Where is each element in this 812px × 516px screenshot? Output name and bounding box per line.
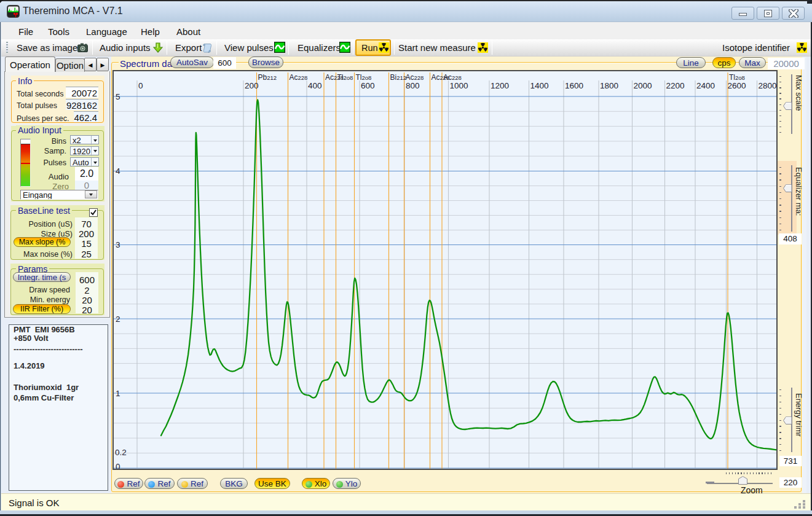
svg-text:Tl2o8: Tl2o8 — [729, 73, 745, 82]
svg-text:Ac228: Ac228 — [443, 73, 462, 82]
svg-text:Tl2o8: Tl2o8 — [356, 73, 372, 82]
svg-text:1400: 1400 — [530, 81, 549, 90]
svg-text:3: 3 — [116, 240, 120, 249]
svg-text:1: 1 — [116, 389, 120, 398]
svg-text:200: 200 — [245, 81, 259, 90]
svg-text:4: 4 — [116, 166, 120, 176]
svg-text:Bi212: Bi212 — [390, 73, 407, 82]
svg-text:Ac228: Ac228 — [406, 73, 424, 82]
svg-text:2200: 2200 — [666, 81, 685, 90]
svg-text:2000: 2000 — [634, 81, 652, 90]
svg-text:0.2: 0.2 — [115, 448, 127, 457]
svg-text:5: 5 — [116, 92, 120, 101]
svg-text:1600: 1600 — [565, 81, 583, 90]
svg-text:1200: 1200 — [491, 81, 509, 90]
svg-text:1000: 1000 — [450, 81, 468, 90]
svg-text:Pb212: Pb212 — [258, 73, 277, 82]
svg-text:0: 0 — [116, 462, 120, 471]
svg-text:600: 600 — [361, 81, 375, 90]
svg-text:2: 2 — [116, 315, 120, 324]
svg-text:1800: 1800 — [600, 81, 618, 90]
svg-text:0: 0 — [138, 81, 143, 90]
svg-text:400: 400 — [308, 81, 322, 90]
svg-text:800: 800 — [406, 81, 420, 90]
svg-text:2800: 2800 — [759, 81, 777, 90]
svg-text:2600: 2600 — [728, 81, 746, 90]
svg-text:Ac228: Ac228 — [290, 73, 308, 82]
svg-text:Tl2o8: Tl2o8 — [337, 73, 353, 82]
svg-text:2400: 2400 — [696, 81, 715, 90]
